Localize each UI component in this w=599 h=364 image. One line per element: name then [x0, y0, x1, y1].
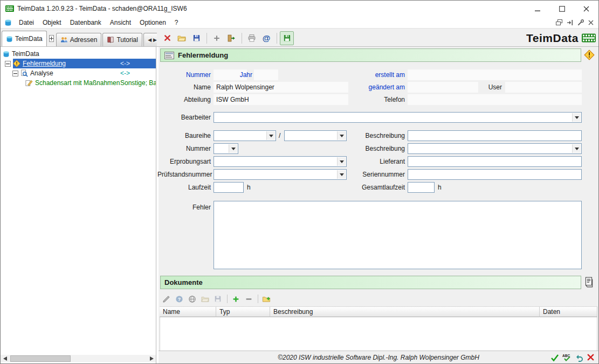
label-beschreibung1: Beschreibung: [353, 130, 405, 141]
tree-item-teimdata[interactable]: TeimData: [1, 49, 156, 59]
tree-item-fehlermeldung[interactable]: Fehlermeldung <->: [1, 59, 156, 68]
geaendert-am-display: [408, 82, 478, 93]
beschreibung1-input[interactable]: [408, 130, 582, 141]
open-button[interactable]: [175, 31, 189, 45]
workspace-tabstrip: TeimData Adressen Tutorial Re ◀ ▶: [2, 31, 157, 46]
docs-remove-button[interactable]: [243, 293, 254, 305]
at-icon: @: [263, 33, 271, 43]
menu-hilfe[interactable]: ?: [170, 17, 183, 28]
globe-icon: [188, 295, 196, 303]
undo-icon[interactable]: [575, 353, 583, 362]
column-header-daten[interactable]: Daten: [540, 306, 597, 317]
tab-tutorial[interactable]: Tutorial: [102, 33, 142, 46]
tab-label: Tutorial: [116, 36, 138, 44]
docs-help-button[interactable]: ?: [173, 293, 185, 305]
autosave-toggle-button[interactable]: [280, 31, 294, 45]
tab-label: TeimData: [15, 35, 43, 43]
docs-edit-button[interactable]: [160, 293, 172, 305]
floppy-green-icon: [283, 34, 291, 42]
tab-teimdata[interactable]: TeimData: [2, 31, 47, 46]
scrollbar-thumb[interactable]: [10, 355, 71, 362]
label-gesamtlaufzeit: Gesamtlaufzeit: [353, 182, 405, 193]
menubar: Datei Objekt Datenbank Ansicht Optionen …: [1, 17, 598, 29]
tab-scroll-right-icon[interactable]: ▶: [153, 37, 157, 43]
laufzeit-input[interactable]: [214, 182, 244, 193]
docs-newfolder-button[interactable]: [260, 293, 272, 305]
email-button[interactable]: @: [259, 31, 273, 45]
copyright-text: ©2020 ISW industrielle Software Dipl.-In…: [159, 354, 598, 361]
erprobungsart-combobox[interactable]: [214, 156, 347, 167]
section-title: Fehlermeldung: [178, 51, 228, 59]
tree-item-analyse[interactable]: Analyse <->: [1, 68, 156, 78]
save-button[interactable]: [189, 31, 203, 45]
lieferant-input[interactable]: [408, 156, 582, 167]
tree-value: Sonstige; Bau: [120, 79, 156, 87]
tab-adressen[interactable]: Adressen: [56, 33, 102, 46]
label-gesamtlaufzeit-unit: h: [438, 182, 442, 193]
scroll-left-icon[interactable]: [1, 355, 9, 362]
svg-text:?: ?: [177, 296, 180, 302]
collapse-icon[interactable]: [5, 61, 11, 67]
tree-item-schadensart[interactable]: Schadensart mit Maßnahmen Sonstige; Bau: [1, 78, 156, 88]
wrench-icon[interactable]: [577, 19, 584, 26]
pin-icon[interactable]: [567, 19, 573, 26]
addressbook-icon: [60, 36, 68, 44]
column-header-name[interactable]: Name: [160, 306, 216, 317]
close-pane-icon[interactable]: [588, 20, 594, 25]
label-erprobungsart: Erprobungsart: [157, 156, 211, 167]
minimize-button[interactable]: [526, 1, 550, 17]
spellcheck-icon[interactable]: ABC: [562, 353, 572, 362]
label-bearbeiter: Bearbeiter: [157, 112, 211, 123]
tab-label: Adressen: [70, 36, 98, 44]
menu-objekt[interactable]: Objekt: [38, 17, 66, 28]
section-header-dokumente: Dokumente: [160, 276, 581, 289]
docs-save-button[interactable]: [212, 293, 224, 305]
pruefstandsnummer-combobox[interactable]: [214, 169, 347, 180]
fehler-textarea[interactable]: [214, 201, 582, 269]
docs-add-button[interactable]: [230, 293, 242, 305]
bearbeiter-combobox[interactable]: [214, 112, 582, 123]
nummer-combobox[interactable]: [214, 143, 238, 154]
jahr-display: [254, 69, 278, 80]
delete-record-button[interactable]: [160, 31, 174, 45]
gesamtlaufzeit-input[interactable]: [408, 182, 435, 193]
close-button[interactable]: [574, 1, 598, 17]
seriennummer-input[interactable]: [408, 169, 582, 180]
scroll-right-icon[interactable]: [147, 355, 156, 362]
exit-button[interactable]: [224, 31, 238, 45]
documents-table-body[interactable]: [160, 317, 597, 351]
add-record-button[interactable]: [210, 31, 224, 45]
detail-panel: Fehlermeldung Nummer Jahr erstellt am Na…: [159, 47, 598, 363]
docs-open-button[interactable]: [199, 293, 211, 305]
menu-datenbank[interactable]: Datenbank: [66, 17, 106, 28]
delete-icon: [163, 34, 171, 42]
label-beschreibung2: Beschreibung: [353, 143, 405, 154]
cancel-icon[interactable]: [587, 353, 595, 362]
baureihe2-combobox[interactable]: [284, 130, 347, 141]
tree-label: TeimData: [12, 50, 39, 58]
abteilung-display: ISW GmbH: [214, 94, 348, 105]
help-icon: ?: [175, 295, 183, 303]
chevron-down-icon: [337, 131, 346, 140]
warning-icon[interactable]: [584, 50, 595, 60]
tree-hscrollbar[interactable]: [1, 355, 156, 362]
label-laufzeit: Laufzeit: [157, 182, 211, 193]
menu-optionen[interactable]: Optionen: [135, 17, 170, 28]
column-header-beschreibung[interactable]: Beschreibung: [270, 306, 540, 317]
float-window-icon[interactable]: [556, 19, 562, 26]
collapse-icon[interactable]: [12, 71, 18, 76]
menu-datei[interactable]: Datei: [15, 17, 38, 28]
status-icons: ABC: [550, 353, 598, 362]
docs-preview-button[interactable]: [186, 293, 198, 305]
check-icon[interactable]: [550, 353, 559, 362]
baureihe-combobox[interactable]: [214, 130, 276, 141]
column-header-typ[interactable]: Typ: [216, 306, 270, 317]
tab-scroll-left-icon[interactable]: ◀: [148, 37, 152, 43]
print-button[interactable]: [245, 31, 259, 45]
form-icon: [164, 52, 174, 59]
documents-icon[interactable]: [584, 277, 594, 288]
menu-ansicht[interactable]: Ansicht: [106, 17, 135, 28]
beschreibung2-combobox[interactable]: [408, 143, 582, 154]
tab-add-icon[interactable]: [49, 35, 54, 42]
maximize-button[interactable]: [550, 1, 574, 17]
